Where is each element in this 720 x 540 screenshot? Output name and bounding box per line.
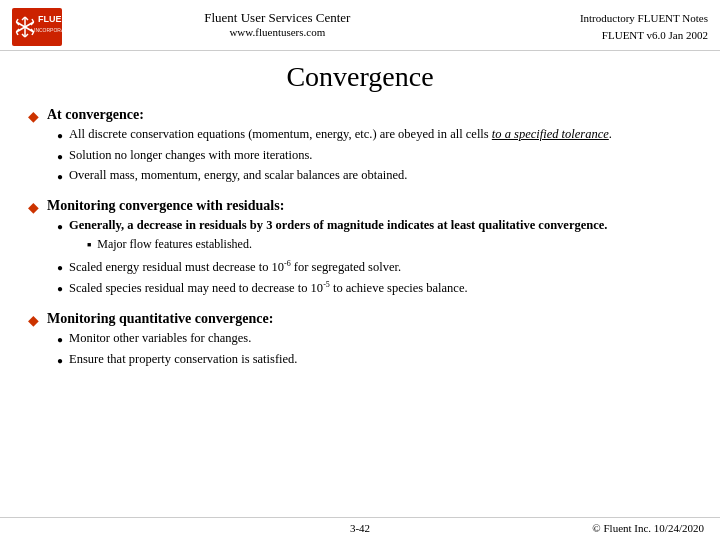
- footer: 3-42 © Fluent Inc. 10/24/2020: [0, 517, 720, 534]
- item-text: Overall mass, momentum, energy, and scal…: [69, 167, 407, 185]
- list-item: ● Generally, a decrease in residuals by …: [57, 217, 692, 255]
- circle-bullet-icon: ●: [57, 129, 63, 143]
- main-content: Convergence ◆ At convergence: ● All disc…: [0, 51, 720, 389]
- top-bullet-2: ◆ Monitoring convergence with residuals:…: [28, 198, 692, 302]
- section-3-heading: Monitoring quantitative convergence:: [47, 311, 273, 326]
- italic-link: to a specified tolerance: [492, 127, 609, 141]
- header-center: Fluent User Services Center www.fluentus…: [62, 8, 493, 38]
- list-item: ● Scaled species residual may need to de…: [57, 279, 692, 298]
- header-url: www.fluentusers.com: [229, 26, 325, 38]
- section-monitoring-quantitative: ◆ Monitoring quantitative convergence: ●…: [28, 311, 692, 371]
- circle-bullet-icon: ●: [57, 261, 63, 275]
- page-number: 3-42: [350, 522, 370, 534]
- notes-line2: FLUENT v6.0 Jan 2002: [493, 27, 708, 44]
- circle-bullet-icon: ●: [57, 354, 63, 368]
- item-text: Generally, a decrease in residuals by 3 …: [69, 217, 607, 255]
- item-text: Ensure that property conservation is sat…: [69, 351, 297, 369]
- item-text: Monitor other variables for changes.: [69, 330, 251, 348]
- circle-bullet-icon: ●: [57, 150, 63, 164]
- header-title: Fluent User Services Center: [204, 10, 350, 26]
- svg-text:INCORPORATED: INCORPORATED: [34, 27, 62, 33]
- list-item: ● Overall mass, momentum, energy, and sc…: [57, 167, 692, 185]
- fluent-logo-icon: FLUENT INCORPORATED: [12, 8, 62, 46]
- bullet-content-2: Monitoring convergence with residuals: ●…: [47, 198, 692, 302]
- bullet-content-3: Monitoring quantitative convergence: ● M…: [47, 311, 692, 371]
- diamond-icon-2: ◆: [28, 199, 39, 216]
- section-2-heading: Monitoring convergence with residuals:: [47, 198, 284, 213]
- section-monitoring-residuals: ◆ Monitoring convergence with residuals:…: [28, 198, 692, 302]
- item-text: Solution no longer changes with more ite…: [69, 147, 312, 165]
- list-item: ● Scaled energy residual must decrease t…: [57, 258, 692, 277]
- copyright: © Fluent Inc. 10/24/2020: [360, 522, 704, 534]
- circle-bullet-icon: ●: [57, 282, 63, 296]
- list-item: ● All discrete conservation equations (m…: [57, 126, 692, 144]
- diamond-icon-1: ◆: [28, 108, 39, 125]
- section-3-list: ● Monitor other variables for changes. ●…: [57, 330, 692, 368]
- superscript: -6: [284, 259, 291, 268]
- notes-line1: Introductory FLUENT Notes: [493, 10, 708, 27]
- circle-bullet-icon: ●: [57, 333, 63, 347]
- section-2-list: ● Generally, a decrease in residuals by …: [57, 217, 692, 299]
- header-notes: Introductory FLUENT Notes FLUENT v6.0 Ja…: [493, 8, 708, 43]
- section-at-convergence: ◆ At convergence: ● All discrete conserv…: [28, 107, 692, 188]
- bullet-content-1: At convergence: ● All discrete conservat…: [47, 107, 692, 188]
- section-1-list: ● All discrete conservation equations (m…: [57, 126, 692, 185]
- square-bullet-icon: ■: [87, 241, 91, 251]
- item-text: All discrete conservation equations (mom…: [69, 126, 612, 144]
- section-1-heading: At convergence:: [47, 107, 144, 122]
- sub-sub-list-item: ■ Major flow features established.: [87, 236, 607, 253]
- item-text: Scaled energy residual must decrease to …: [69, 258, 401, 277]
- circle-bullet-icon: ●: [57, 170, 63, 184]
- page-title: Convergence: [28, 61, 692, 93]
- list-item: ● Monitor other variables for changes.: [57, 330, 692, 348]
- header: FLUENT INCORPORATED Fluent User Services…: [0, 0, 720, 51]
- diamond-icon-3: ◆: [28, 312, 39, 329]
- item-text: Scaled species residual may need to decr…: [69, 279, 468, 298]
- bold-text: Generally, a decrease in residuals by 3 …: [69, 218, 607, 232]
- circle-bullet-icon: ●: [57, 220, 63, 234]
- top-bullet-1: ◆ At convergence: ● All discrete conserv…: [28, 107, 692, 188]
- logo-area: FLUENT INCORPORATED: [12, 8, 62, 46]
- list-item: ● Ensure that property conservation is s…: [57, 351, 692, 369]
- svg-text:FLUENT: FLUENT: [38, 14, 62, 24]
- sub-item-text: Major flow features established.: [97, 236, 252, 253]
- list-item: ● Solution no longer changes with more i…: [57, 147, 692, 165]
- top-bullet-3: ◆ Monitoring quantitative convergence: ●…: [28, 311, 692, 371]
- sub-sub-list: ■ Major flow features established.: [87, 236, 607, 253]
- superscript: -5: [323, 280, 330, 289]
